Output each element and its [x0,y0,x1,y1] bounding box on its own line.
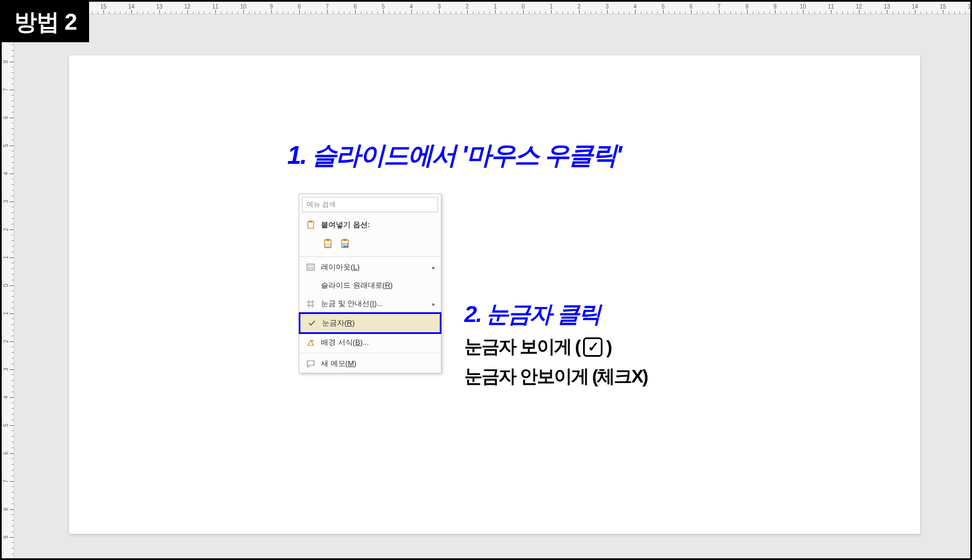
menu-grid-label: 눈금 및 안내선(I)... [321,299,383,309]
menu-new-comment[interactable]: 새 메모(M) [299,354,441,373]
vertical-ruler: 9876543210123456789 [2,14,14,558]
menu-background-format[interactable]: 배경 서식(B)... [299,333,441,352]
step2-annotation: 2. 눈금자 클릭 눈금자 보이게 ( ) 눈금자 안보이게 (체크X) [464,299,647,389]
layout-icon [305,263,316,272]
menu-reset-label: 슬라이드 원래대로(R) [321,280,393,291]
menu-ruler[interactable]: 눈금자(R) [299,312,441,334]
paste-option-keep-source[interactable] [321,237,335,251]
paste-icon [305,220,316,229]
svg-rect-3 [326,239,330,241]
svg-rect-12 [311,267,314,270]
svg-rect-0 [308,221,314,228]
menu-layout-label: 레이아웃(L) [321,262,360,272]
svg-rect-11 [308,267,311,270]
step2-sub1: 눈금자 보이게 ( ) [464,335,647,360]
menu-ruler-label: 눈금자(R) [322,318,355,328]
slide[interactable] [69,55,920,534]
paste-options-text: 붙여넣기 옵션: [321,220,370,230]
svg-rect-10 [308,265,314,266]
menu-divider [299,353,441,353]
reset-icon [305,281,316,290]
method-badge: 방법 2 [2,2,89,42]
paste-options-row [299,234,441,255]
menu-layout[interactable]: 레이아웃(L) [299,258,441,276]
svg-rect-1 [309,221,312,223]
menu-background-label: 배경 서식(B)... [321,337,369,348]
paste-options-label: 붙여넣기 옵션: [299,215,441,234]
grid-icon [305,299,316,308]
check-icon [306,319,318,328]
step2-title: 2. 눈금자 클릭 [464,299,647,330]
menu-divider [299,256,441,257]
canvas-area [14,14,970,558]
svg-rect-6 [343,239,347,241]
step2-sub1-post: ) [606,337,611,358]
step1-instruction: 1. 슬라이드에서 '마우스 우클릭' [287,139,621,172]
menu-search-input[interactable]: 메뉴 검색 [302,197,438,212]
svg-point-13 [312,340,314,342]
horizontal-ruler: 1615141312111098765432101234567891011121… [27,2,970,14]
paste-option-picture[interactable] [338,237,352,251]
svg-rect-4 [326,244,330,247]
step2-sub2: 눈금자 안보이게 (체크X) [464,364,647,389]
comment-icon [305,359,316,368]
menu-reset-slide[interactable]: 슬라이드 원래대로(R) [299,276,441,295]
checkbox-checked-icon [583,337,603,357]
background-icon [305,338,316,347]
menu-comment-label: 새 메모(M) [321,358,356,369]
step2-sub1-pre: 눈금자 보이게 ( [464,335,580,360]
context-menu: 메뉴 검색 붙여넣기 옵션: 레이아웃(L) 슬라이드 원래대로(R) 눈금 및… [299,194,441,373]
menu-grid-guides[interactable]: 눈금 및 안내선(I)... [299,295,441,313]
